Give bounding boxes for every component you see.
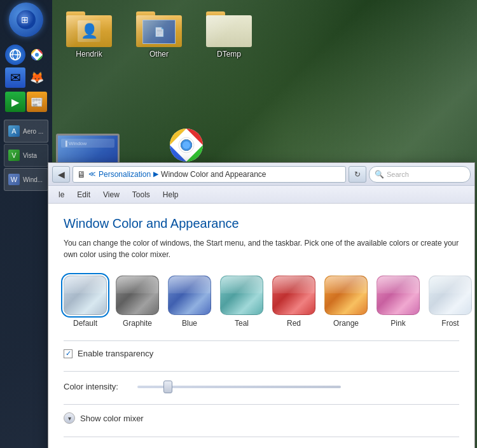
color-swatch-teal[interactable]: Teal <box>220 276 263 328</box>
svg-text:⊞: ⊞ <box>21 15 29 25</box>
transparency-checkbox[interactable]: ✓ <box>64 349 73 358</box>
swatch-label-default: Default <box>73 319 97 328</box>
menu-item-edit[interactable]: Edit <box>71 188 97 202</box>
taskbar-ie-icon[interactable]: e <box>5 45 25 65</box>
svg-point-13 <box>35 53 39 57</box>
breadcrumb-separator-2: ▶ <box>153 170 158 178</box>
breadcrumb-personalization[interactable]: Personalization <box>99 170 151 179</box>
swatch-teal <box>220 276 263 315</box>
control-panel-window: ◀ 🖥 ≪ Personalization ▶ Window Color and… <box>48 162 475 448</box>
swatch-frost <box>429 276 472 315</box>
search-placeholder: Search <box>387 171 409 178</box>
taskbar-firefox-icon[interactable]: 🦊 <box>27 67 47 88</box>
swatch-label-frost: Frost <box>441 319 459 328</box>
separator-3 <box>64 404 459 405</box>
content-area: Window Color and Appearance You can chan… <box>48 204 474 448</box>
search-box[interactable]: 🔍 Search <box>369 166 471 183</box>
show-color-mixer-label: Show color mixer <box>80 414 144 423</box>
taskbar-media-icon[interactable]: ▶ <box>5 92 25 112</box>
chrome-desktop-icon[interactable] <box>169 127 207 165</box>
color-intensity-row: Color intensity: <box>64 379 459 391</box>
desktop-icon-hendrik[interactable]: 👤 Hendrik <box>64 6 114 59</box>
taskbar-aero-item[interactable]: A Aero ... <box>4 120 48 143</box>
desktop-icons: 👤 Hendrik 📄 Other DTemp <box>64 6 254 59</box>
color-swatch-graphite[interactable]: Graphite <box>116 276 159 328</box>
separator-2 <box>64 371 459 372</box>
color-swatch-default[interactable]: Default <box>64 276 107 328</box>
svg-point-4 <box>183 141 190 149</box>
breadcrumb-current: Window Color and Appearance <box>161 170 266 179</box>
desktop-icon-label-dtemp: DTemp <box>217 50 241 59</box>
address-bar: ◀ 🖥 ≪ Personalization ▶ Window Color and… <box>48 163 474 186</box>
taskbar-mail-icon[interactable]: ✉ <box>5 67 25 88</box>
breadcrumb-separator-1: ≪ <box>88 170 96 178</box>
swatch-graphite <box>116 276 159 315</box>
refresh-button[interactable]: ↻ <box>349 166 366 183</box>
back-button[interactable]: ◀ <box>52 166 70 183</box>
swatch-blue <box>168 276 211 315</box>
taskbar-aero-label: Aero ... <box>23 128 43 135</box>
color-intensity-label: Color intensity: <box>64 382 127 391</box>
color-swatches: DefaultGraphiteBlueTealRedOrangePinkFros… <box>64 276 459 328</box>
desktop-icon-label-other: Other <box>149 50 169 59</box>
desktop-icon-dtemp[interactable]: DTemp <box>204 6 254 59</box>
taskbar-quick-launch: e ✉ 🦊 <box>5 42 47 115</box>
folder-icon-hendrik: 👤 <box>66 6 112 47</box>
taskbar-wind-label: Wind... <box>23 176 43 183</box>
taskbar-chrome-icon[interactable] <box>27 45 47 65</box>
taskbar-vista-item[interactable]: V Vista <box>4 144 48 167</box>
swatch-label-graphite: Graphite <box>123 319 152 328</box>
swatch-label-teal: Teal <box>235 319 249 328</box>
search-icon: 🔍 <box>375 170 384 179</box>
swatch-label-pink: Pink <box>391 319 405 328</box>
taskbar-news-icon[interactable]: 📰 <box>27 92 47 112</box>
swatch-orange <box>324 276 368 315</box>
menu-item-view[interactable]: View <box>97 188 126 202</box>
swatch-pink <box>377 276 420 315</box>
start-button[interactable]: ⊞ <box>9 3 43 37</box>
swatch-label-red: Red <box>287 319 301 328</box>
separator-4 <box>64 437 459 437</box>
swatch-label-orange: Orange <box>333 319 359 328</box>
page-description: You can change the color of windows, the… <box>64 237 459 260</box>
taskbar-pinned-apps: A Aero ... V Vista W Wind... <box>0 120 52 191</box>
menu-item-help[interactable]: Help <box>156 188 185 202</box>
taskbar-vista-label: Vista <box>23 152 37 159</box>
menu-item-le[interactable]: le <box>52 188 71 202</box>
desktop-icon-label-hendrik: Hendrik <box>76 50 102 59</box>
color-intensity-slider-thumb[interactable] <box>163 381 172 393</box>
menu-bar: le Edit View Tools Help <box>48 186 474 204</box>
desktop: 👤 Hendrik 📄 Other DTemp <box>0 0 477 448</box>
color-swatch-red[interactable]: Red <box>272 276 315 328</box>
folder-icon-dtemp <box>206 6 252 47</box>
transparency-label: Enable transparency <box>78 349 153 358</box>
taskbar-wind-item[interactable]: W Wind... <box>4 168 48 191</box>
folder-icon-other: 📄 <box>136 6 182 47</box>
expand-mixer-icon: ▾ <box>64 412 75 424</box>
desktop-icon-other[interactable]: 📄 Other <box>134 6 184 59</box>
swatch-red <box>272 276 315 315</box>
taskbar: ⊞ e <box>0 0 52 448</box>
color-swatch-frost[interactable]: Frost <box>429 276 472 328</box>
color-swatch-pink[interactable]: Pink <box>377 276 420 328</box>
transparency-row: ✓ Enable transparency <box>64 349 459 358</box>
page-title: Window Color and Appearance <box>64 216 459 231</box>
color-swatch-orange[interactable]: Orange <box>324 276 368 328</box>
menu-item-tools[interactable]: Tools <box>126 188 156 202</box>
color-swatch-blue[interactable]: Blue <box>168 276 211 328</box>
separator-1 <box>64 340 459 341</box>
address-box[interactable]: 🖥 ≪ Personalization ▶ Window Color and A… <box>73 166 346 183</box>
swatch-default <box>64 276 107 315</box>
swatch-label-blue: Blue <box>182 319 197 328</box>
svg-text:e: e <box>13 53 16 59</box>
show-color-mixer-row[interactable]: ▾ Show color mixer <box>64 412 459 424</box>
color-intensity-slider-track <box>137 386 341 388</box>
